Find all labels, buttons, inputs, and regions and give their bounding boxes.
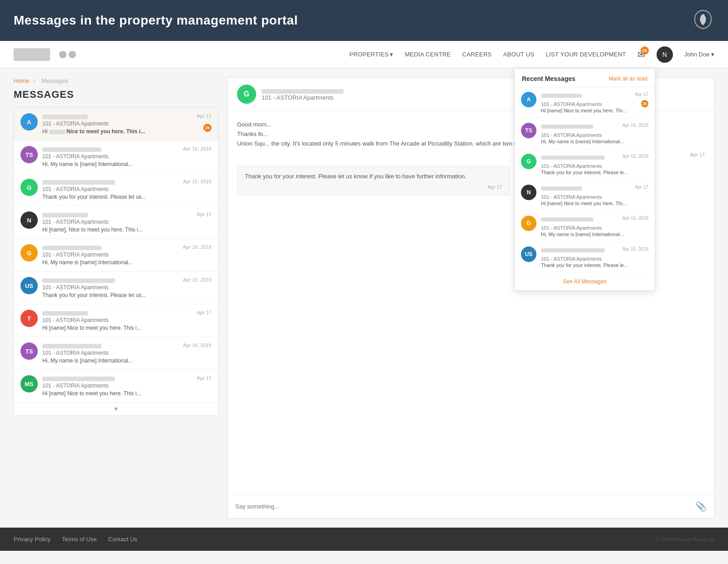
msg-date-msg1: Apr 17 (197, 113, 212, 119)
chat-sender-avatar: G (237, 85, 256, 104)
nav-list-development[interactable]: LIST YOUR DEVELOPMENT (546, 51, 626, 58)
rm-avatar-rm4: N (521, 185, 536, 200)
msg-sender-msg9 (42, 375, 212, 382)
rm-badge-rm1: 25 (641, 100, 648, 107)
msg-preview-msg4: Hi [name], Nice to meet you here. This i… (42, 227, 212, 233)
chat-input[interactable] (235, 503, 691, 510)
message-item-msg1[interactable]: A 101 - ASTORIA Apartments Hi Nice to me… (14, 108, 218, 141)
message-item-msg6[interactable]: US 101 - ASTORIA Apartments Thank you fo… (14, 272, 218, 304)
rm-avatar-rm1: A (521, 92, 536, 107)
msg-avatar-msg5: G (20, 244, 38, 262)
rm-content-rm1: 101 - ASTORIA Apartments Hi [name] Nice … (541, 92, 648, 113)
top-banner: Messages in the property management port… (0, 0, 728, 41)
message-item-msg5[interactable]: G 101 - ASTORIA Apartments Hi, My name i… (14, 239, 218, 272)
navbar-left (14, 48, 76, 61)
rm-sender-rm4 (541, 185, 648, 193)
footer-links: Privacy Policy Terms of Use Contact Us (14, 536, 137, 543)
msg-property-msg1: 101 - ASTORIA Apartments (42, 121, 212, 127)
user-name[interactable]: John Doe ▾ (684, 51, 714, 58)
msg-preview-msg6: Thank you for your interest. Please let … (42, 292, 212, 298)
rm-title: Recent Messages (522, 75, 576, 82)
msg-avatar-msg8: TS (20, 342, 38, 360)
mark-all-read-button[interactable]: Mark all as read (609, 76, 647, 82)
msg-avatar-msg7: T (20, 310, 38, 327)
footer-privacy[interactable]: Privacy Policy (14, 536, 51, 543)
attach-icon[interactable]: 📎 (695, 501, 707, 512)
notifications-bell[interactable]: ✉ 25 (637, 49, 645, 60)
rm-item-rm2[interactable]: TS 101 - ASTORIA Apartments Hi, My name … (515, 118, 655, 149)
msg-property-msg3: 101 - ASTORIA Apartments (42, 186, 212, 192)
msg-property-msg5: 101 - ASTORIA Apartments (42, 252, 212, 258)
msg-date-msg6: Apr 15, 2019 (183, 277, 212, 282)
nav-about-us[interactable]: ABOUT US (503, 51, 535, 58)
message-item-msg8[interactable]: TS 101 - ASTORIA Apartments Hi, My name … (14, 337, 218, 370)
rm-date-rm2: Apr 16, 2019 (622, 123, 648, 128)
msg-content-msg1: 101 - ASTORIA Apartments Hi Nice to meet… (42, 113, 212, 135)
footer-right: © 2019 Property Portal Ltd (655, 537, 714, 542)
rm-avatar-rm2: TS (521, 123, 536, 138)
rm-date-rm1: Apr 17 (635, 92, 648, 97)
rm-preview-rm1: Hi [name] Nice to meet you here. This i.… (541, 108, 630, 113)
msg-preview-msg3: Thank you for your interest. Please let … (42, 194, 212, 200)
message-item-msg2[interactable]: TS 101 - ASTORIA Apartments Hi, My name … (14, 141, 218, 173)
msg-date-msg4: Apr 17 (197, 212, 212, 217)
bell-badge: 25 (641, 46, 649, 55)
rm-item-rm3[interactable]: G 101 - ASTORIA Apartments Thank you for… (515, 149, 655, 180)
rm-preview-rm5: Hi, My name is [name] International... (541, 232, 630, 237)
breadcrumb-home[interactable]: Home (14, 77, 30, 84)
navbar: PROPERTIES ▾ MEDIA CENTRE CAREERS ABOUT … (0, 41, 728, 68)
msg-date-msg9: Apr 17 (197, 375, 212, 381)
rm-header: Recent Messages Mark all as read (515, 69, 655, 87)
rm-item-rm1[interactable]: A 101 - ASTORIA Apartments Hi [name] Nic… (515, 87, 655, 118)
footer-terms[interactable]: Terms of Use (62, 536, 97, 543)
rm-item-rm4[interactable]: N 101 - ASTORIA Apartments Hi [name] Nic… (515, 180, 655, 211)
nav-properties[interactable]: PROPERTIES ▾ (349, 51, 394, 58)
msg-preview-msg7: Hi [name] Nice to meet you here. This i.… (42, 325, 212, 331)
msg-sender-msg4 (42, 212, 212, 218)
breadcrumb-current: Messages (41, 77, 68, 84)
msg-content-msg9: 101 - ASTORIA Apartments Hi [name] Nice … (42, 375, 212, 397)
message-item-msg9[interactable]: MS 101 - ASTORIA Apartments Hi [name] Ni… (14, 370, 218, 403)
rm-property-rm2: 101 - ASTORIA Apartments (541, 132, 648, 138)
rm-date-rm3: Apr 15, 2019 (622, 154, 648, 159)
user-avatar[interactable]: N (657, 46, 673, 63)
nav-careers[interactable]: CAREERS (462, 51, 492, 58)
msg-avatar-msg4: N (20, 212, 38, 229)
nav-media-centre[interactable]: MEDIA CENTRE (405, 51, 451, 58)
rm-item-rm6[interactable]: US 101 - ASTORIA Apartments Thank you fo… (515, 242, 655, 273)
rm-content-rm4: 101 - ASTORIA Apartments Hi [name] Nice … (541, 185, 648, 206)
chat-sender-name (262, 87, 344, 94)
banner-logo (692, 8, 714, 33)
messages-list: A 101 - ASTORIA Apartments Hi Nice to me… (14, 107, 218, 416)
rm-preview-rm3: Thank you for your interest. Please let … (541, 170, 630, 175)
msg-property-msg4: 101 - ASTORIA Apartments (42, 219, 212, 225)
message-item-msg7[interactable]: T 101 - ASTORIA Apartments Hi [name] Nic… (14, 304, 218, 337)
rm-item-rm5[interactable]: G 101 - ASTORIA Apartments Hi, My name i… (515, 211, 655, 242)
msg-property-msg2: 101 - ASTORIA Apartments (42, 153, 212, 160)
msg-sender-msg1 (42, 113, 212, 120)
message-item-msg4[interactable]: N 101 - ASTORIA Apartments Hi [name], Ni… (14, 206, 218, 239)
rm-avatar-rm3: G (521, 154, 536, 169)
footer-contact[interactable]: Contact Us (108, 536, 137, 543)
message-item-msg3[interactable]: G 101 - ASTORIA Apartments Thank you for… (14, 173, 218, 206)
navbar-logo (14, 48, 50, 61)
msg-content-msg7: 101 - ASTORIA Apartments Hi [name] Nice … (42, 310, 212, 331)
rm-date-rm6: Apr 15, 2019 (622, 247, 648, 252)
chat-message-2: Thank you for your interest. Please let … (245, 172, 502, 181)
msg-preview-msg8: Hi, My name is [name] International... (42, 358, 212, 364)
rm-property-rm1: 101 - ASTORIA Apartments (541, 101, 648, 107)
footer: Privacy Policy Terms of Use Contact Us ©… (0, 528, 728, 551)
chat-message-2-date: Apr 17 (245, 184, 502, 190)
see-all-messages-link[interactable]: See All Messages (515, 273, 655, 290)
msg-date-msg5: Apr 16, 2019 (183, 244, 212, 250)
page-title: MESSAGES (14, 89, 218, 101)
rm-avatar-rm6: US (521, 247, 536, 262)
msg-property-msg9: 101 - ASTORIA Apartments (42, 383, 212, 389)
dot1 (59, 51, 66, 58)
banner-title: Messages in the property management port… (14, 13, 298, 28)
messages-panel: Home › Messages MESSAGES A 101 - ASTORIA… (14, 77, 218, 519)
rm-property-rm4: 101 - ASTORIA Apartments (541, 194, 648, 200)
msg-sender-msg7 (42, 310, 212, 316)
rm-items-container: A 101 - ASTORIA Apartments Hi [name] Nic… (515, 87, 655, 273)
rm-property-rm6: 101 - ASTORIA Apartments (541, 256, 648, 262)
